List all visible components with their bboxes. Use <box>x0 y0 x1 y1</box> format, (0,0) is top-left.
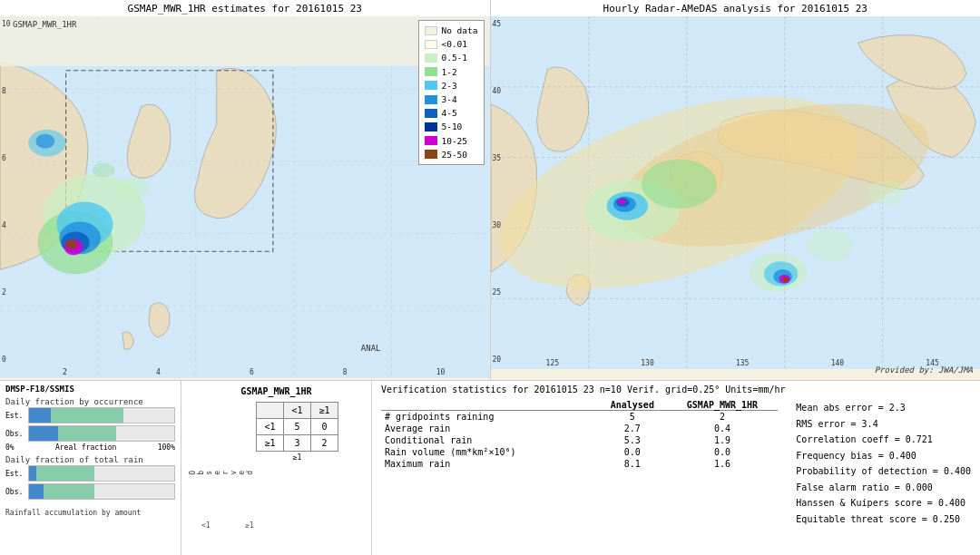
val-10: 3 <box>284 435 311 452</box>
anal-label: ANAL <box>361 344 381 353</box>
chart1-est-label: Est. <box>5 412 25 420</box>
col-lt1: <1 <box>284 403 311 419</box>
left-map-panel: GSMAP_MWR_1HR estimates for 20161015 23 … <box>0 0 491 380</box>
val-11: 2 <box>311 435 338 452</box>
chart1-section: Daily fraction by occurrence Est. Obs. 0… <box>5 397 175 452</box>
stat-line: Mean abs error = 2.3 <box>796 400 971 416</box>
provided-by-label: Provided by: JWA/JMA <box>875 365 973 375</box>
row-lt1-label: <1 <box>257 419 284 435</box>
verification-title: Verification statistics for 20161015 23 … <box>381 385 971 394</box>
right-map-panel: Hourly Radar-AMeDAS analysis for 2016101… <box>491 0 981 380</box>
right-map-yaxis: 454035302520 <box>493 20 502 364</box>
obs-vertical-label: Observed <box>189 470 254 475</box>
stat-line: Equitable threat score = 0.250 <box>796 511 971 528</box>
bottom-left-panel: DMSP-F18/SSMIS Daily fraction by occurre… <box>0 381 181 555</box>
left-map-xaxis: 246810 <box>18 368 490 376</box>
contingency-panel: GSMAP_MWR_1HR Observed <1 ≥1 <box>181 381 372 555</box>
right-stats-block: Mean abs error = 2.3RMS error = 3.4Corre… <box>796 400 971 527</box>
row-ge1-label: ≥1 <box>257 435 284 452</box>
stat-line: False alarm ratio = 0.000 <box>796 480 971 496</box>
table-row: Maximum rain 8.1 1.6 <box>381 458 778 470</box>
verification-panel: Verification statistics for 20161015 23 … <box>372 381 980 555</box>
svg-point-16 <box>66 239 77 248</box>
stat-line: RMS error = 3.4 <box>796 416 971 433</box>
contingency-title: GSMAP_MWR_1HR <box>189 386 364 396</box>
svg-point-38 <box>618 199 625 204</box>
stat-line: Frequency bias = 0.400 <box>796 448 971 464</box>
table-row: # gridpoints raining 5 2 <box>381 411 778 423</box>
svg-point-19 <box>115 178 149 200</box>
table-row: ≥1 3 2 <box>257 435 338 452</box>
val-01: 0 <box>311 419 338 435</box>
left-map-yaxis: 1086420 <box>2 20 11 364</box>
right-map-svg <box>491 16 981 369</box>
left-map-svg <box>0 16 490 378</box>
rainfall-label: Rainfall accumulation by amount <box>5 509 175 517</box>
stat-line: Probability of detection = 0.400 <box>796 463 971 480</box>
contingency-table: <1 ≥1 <1 5 0 ≥1 3 2 <box>256 402 338 452</box>
svg-point-18 <box>35 134 54 149</box>
left-map-corner-label: GSMAP_MWR_1HR <box>13 20 76 29</box>
chart1-obs-label: Obs. <box>5 430 25 438</box>
table-row: Rain volume (mm*km²×10⁶) 0.0 0.0 <box>381 446 778 458</box>
svg-point-20 <box>93 163 115 178</box>
chart1-label: Daily fraction by occurrence <box>5 397 175 406</box>
left-map-title: GSMAP_MWR_1HR estimates for 20161015 23 <box>0 0 490 16</box>
table-row: Average rain 2.7 0.4 <box>381 423 778 434</box>
dmsp-label: DMSP-F18/SSMIS <box>5 385 175 394</box>
chart2-label: Daily fraction of total rain <box>5 455 175 464</box>
chart1-xaxis: 0%Areal fraction100% <box>5 443 175 452</box>
val-00: 5 <box>284 419 311 435</box>
chart2-section: Daily fraction of total rain Est. Obs. <box>5 455 175 501</box>
table-row: <1 5 0 <box>257 419 338 435</box>
stat-line: Correlation coeff = 0.721 <box>796 432 971 448</box>
col-ge1: ≥1 <box>311 403 338 419</box>
right-map-title: Hourly Radar-AMeDAS analysis for 2016101… <box>491 0 981 16</box>
svg-point-44 <box>806 229 853 261</box>
left-map-legend: No data <0.01 0.5-1 1-2 2-3 3-4 4-5 5-10… <box>418 20 484 165</box>
col-gsmap-header: GSMAP_MWR_1HR <box>667 400 779 411</box>
svg-point-43 <box>782 278 788 283</box>
col-analysed-header: Analysed <box>598 400 667 411</box>
stat-line: Hanssen & Kuipers score = 0.400 <box>796 495 971 511</box>
table-row: Conditional rain 5.3 1.9 <box>381 434 778 446</box>
svg-point-45 <box>867 180 906 205</box>
stats-table: Analysed GSMAP_MWR_1HR # gridpoints rain… <box>381 400 778 470</box>
svg-point-34 <box>642 160 717 209</box>
